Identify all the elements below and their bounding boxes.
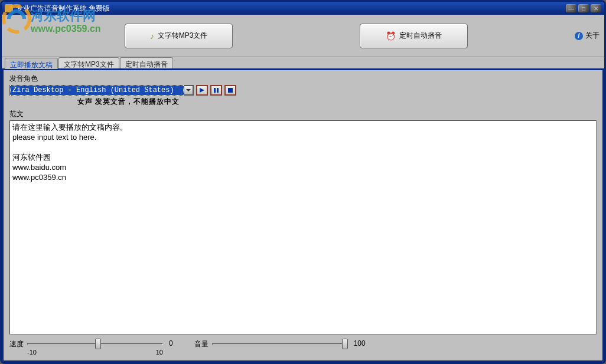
voice-combo-value: Zira Desktop - English (United States) — [10, 85, 184, 96]
button-label: 文字转MP3文件 — [158, 31, 208, 41]
voice-role-label: 发音角色 — [9, 74, 597, 84]
maximize-button[interactable]: □ — [578, 4, 589, 12]
tab-bar: 立即播放文稿 文字转MP3文件 定时自动播音 — [2, 57, 604, 70]
svg-rect-4 — [228, 88, 233, 93]
sliders-row: 速度 -10 10 0 音量 — [9, 335, 597, 356]
scheduled-play-button[interactable]: ⏰ 定时自动播音 — [360, 24, 468, 48]
button-label: 定时自动播音 — [399, 31, 442, 41]
chevron-down-icon — [186, 89, 191, 91]
tab-scheduled[interactable]: 定时自动播音 — [120, 57, 173, 68]
volume-label: 音量 — [194, 338, 208, 349]
svg-rect-2 — [214, 88, 216, 93]
text-to-mp3-button[interactable]: ♪ 文字转MP3文件 — [125, 24, 233, 48]
speed-label: 速度 — [9, 338, 24, 349]
music-note-icon: ♪ — [150, 31, 154, 41]
volume-value: 100 — [354, 338, 366, 347]
info-icon: i — [575, 32, 583, 40]
alarm-clock-icon: ⏰ — [386, 31, 396, 41]
stop-icon — [228, 88, 233, 93]
titlebar: 专业广告语音制作系统 免费版 — □ ✕ — [2, 2, 604, 15]
tab-play-now[interactable]: 立即播放文稿 — [5, 58, 58, 69]
tab-text-to-mp3[interactable]: 文字转MP3文件 — [58, 57, 119, 68]
combo-dropdown-button[interactable] — [184, 86, 193, 95]
svg-rect-3 — [217, 88, 219, 93]
voice-combobox[interactable]: Zira Desktop - English (United States) — [9, 85, 194, 96]
speed-value: 0 — [169, 338, 173, 347]
speed-slider[interactable] — [27, 338, 163, 350]
minimize-button[interactable]: — — [566, 4, 576, 12]
svg-marker-0 — [186, 89, 191, 91]
play-button[interactable] — [196, 85, 208, 96]
about-label: 关于 — [585, 31, 600, 41]
sample-text-label: 范文 — [9, 109, 597, 119]
pause-icon — [214, 88, 219, 93]
about-link[interactable]: i 关于 — [575, 31, 600, 41]
window-title: 专业广告语音制作系统 免费版 — [16, 4, 110, 14]
content-textarea[interactable] — [9, 120, 597, 335]
play-icon — [200, 88, 204, 93]
stop-button[interactable] — [224, 85, 236, 96]
voice-description: 女声 发英文音，不能播放中文 — [77, 97, 597, 107]
volume-slider[interactable] — [212, 338, 348, 350]
app-icon — [5, 4, 13, 12]
content-panel: 发音角色 Zira Desktop - English (United Stat… — [2, 70, 604, 362]
close-button[interactable]: ✕ — [591, 4, 601, 12]
app-window: 专业广告语音制作系统 免费版 — □ ✕ ♪ 文字转MP3文件 ⏰ 定时自动播音… — [0, 0, 606, 364]
toolbar: ♪ 文字转MP3文件 ⏰ 定时自动播音 i 关于 — [2, 15, 604, 57]
svg-marker-1 — [200, 88, 204, 93]
pause-button[interactable] — [210, 85, 222, 96]
